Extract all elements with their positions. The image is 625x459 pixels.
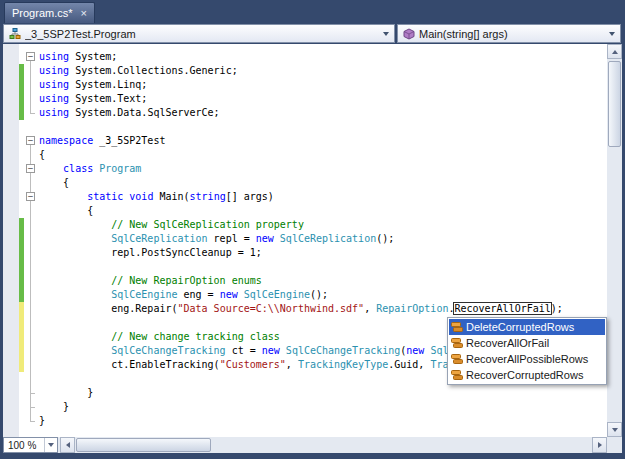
code-line[interactable]: // New SqlCeReplication property: [3, 218, 607, 232]
scroll-up-button[interactable]: [607, 44, 622, 59]
intellisense-item-label: RecoverAllOrFail: [466, 337, 549, 349]
zoom-value: 100 %: [4, 440, 36, 451]
code-line[interactable]: using System;: [3, 50, 607, 64]
code-line[interactable]: using System.Text;: [3, 92, 607, 106]
fold-tick: [30, 421, 35, 422]
types-dropdown-value: _3_5SP2Test.Program: [25, 28, 136, 40]
scroll-left-button[interactable]: [60, 437, 75, 453]
intellisense-item[interactable]: RecoverAllPossibleRows: [449, 351, 605, 367]
chevron-down-icon: [48, 443, 54, 447]
navigation-bar: _3_5SP2Test.Program Main(string[] args): [3, 23, 622, 44]
code-line[interactable]: class Program: [3, 162, 607, 176]
document-tabstrip: Program.cs* ×: [0, 0, 625, 23]
code-line[interactable]: using System.Linq;: [3, 78, 607, 92]
vertical-scrollbar-thumb[interactable]: [608, 61, 621, 147]
intellisense-popup: DeleteCorruptedRows RecoverAllOrFail Rec…: [447, 317, 607, 385]
horizontal-scrollbar-thumb[interactable]: [76, 438, 211, 452]
code-line[interactable]: repl.PostSyncCleanup = 1;: [3, 246, 607, 260]
scroll-down-button[interactable]: [607, 422, 622, 437]
code-line[interactable]: SqlCeEngine eng = new SqlCeEngine();: [3, 288, 607, 302]
members-dropdown-value: Main(string[] args): [419, 28, 508, 40]
code-line[interactable]: using System.Data.SqlServerCe;: [3, 106, 607, 120]
code-line[interactable]: eng.Repair("Data Source=C:\\Northwind.sd…: [3, 302, 607, 316]
chevron-down-icon[interactable]: [609, 32, 615, 36]
horizontal-scrollbar[interactable]: [60, 437, 607, 453]
intellisense-item-label: RecoverCorruptedRows: [466, 369, 583, 381]
arrow-up-icon: [612, 50, 618, 54]
zoom-control[interactable]: 100 %: [3, 437, 58, 453]
scroll-right-button[interactable]: [592, 437, 607, 453]
code-line[interactable]: [3, 260, 607, 274]
arrow-right-icon: [598, 442, 602, 448]
enum-member-icon: [451, 353, 463, 365]
fold-tick: [30, 113, 35, 114]
code-line[interactable]: using System.Collections.Generic;: [3, 64, 607, 78]
code-line[interactable]: }: [3, 400, 607, 414]
intellisense-item-label: DeleteCorruptedRows: [466, 321, 574, 333]
enum-member-icon: [451, 321, 463, 333]
code-line[interactable]: {: [3, 148, 607, 162]
vertical-scrollbar[interactable]: [607, 44, 622, 437]
fold-tick: [30, 407, 35, 408]
editor-bottom-bar: 100 %: [3, 437, 622, 453]
intellisense-item[interactable]: RecoverAllOrFail: [449, 335, 605, 351]
code-line[interactable]: namespace _3_5SP2Test: [3, 134, 607, 148]
types-dropdown[interactable]: _3_5SP2Test.Program: [3, 24, 395, 43]
code-line[interactable]: {: [3, 176, 607, 190]
fold-toggle[interactable]: −: [26, 164, 35, 173]
code-line[interactable]: [3, 120, 607, 134]
fold-toggle[interactable]: −: [26, 192, 35, 201]
code-line[interactable]: {: [3, 204, 607, 218]
code-line[interactable]: }: [3, 386, 607, 400]
intellisense-item[interactable]: RecoverCorruptedRows: [449, 367, 605, 383]
members-dropdown[interactable]: Main(string[] args): [397, 24, 621, 43]
tab-label: Program.cs*: [12, 7, 73, 19]
vs-editor-window: Program.cs* × _3_5SP2Test.Program: [0, 0, 625, 459]
enum-member-icon: [451, 369, 463, 381]
intellisense-item-label: RecoverAllPossibleRows: [466, 353, 588, 365]
fold-toggle[interactable]: −: [26, 136, 35, 145]
enum-member-icon: [451, 337, 463, 349]
arrow-down-icon: [612, 428, 618, 432]
zoom-dropdown-button[interactable]: [44, 438, 57, 452]
method-icon: [403, 28, 415, 40]
fold-line: [30, 201, 31, 393]
intellisense-list: DeleteCorruptedRows RecoverAllOrFail Rec…: [449, 319, 605, 383]
fold-toggle[interactable]: −: [26, 52, 35, 61]
tab-program-cs[interactable]: Program.cs* ×: [4, 2, 95, 23]
fold-line: [30, 61, 31, 113]
class-icon: [9, 28, 21, 40]
close-icon[interactable]: ×: [81, 8, 87, 19]
code-line[interactable]: }: [3, 414, 607, 428]
fold-tick: [30, 393, 35, 394]
code-line[interactable]: static void Main(string[] args): [3, 190, 607, 204]
code-line[interactable]: // New RepairOption enums: [3, 274, 607, 288]
code-line[interactable]: SqlCeReplication repl = new SqlCeReplica…: [3, 232, 607, 246]
arrow-left-icon: [66, 442, 70, 448]
intellisense-item[interactable]: DeleteCorruptedRows: [449, 319, 605, 335]
chevron-down-icon[interactable]: [383, 32, 389, 36]
